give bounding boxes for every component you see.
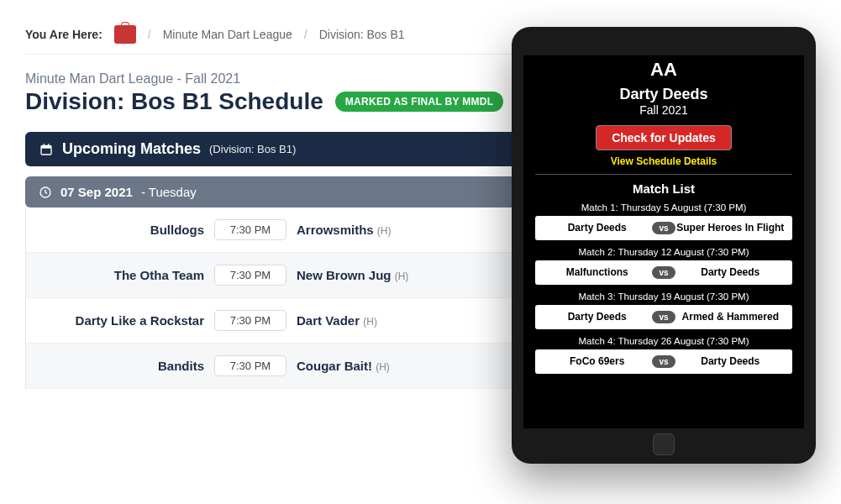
svg-rect-1 xyxy=(41,145,51,148)
away-team: Darty Like a Rockstar xyxy=(36,313,204,328)
match-team-left: FoCo 69ers xyxy=(542,355,652,367)
home-indicator: (H) xyxy=(376,361,390,373)
home-indicator: (H) xyxy=(377,225,392,237)
vs-badge: vs xyxy=(652,266,675,279)
match-team-right: Darty Deeds xyxy=(675,355,786,367)
team-name: Darty Deeds xyxy=(523,86,804,103)
calendar-icon xyxy=(39,143,54,156)
match-team-left: Malfunctions xyxy=(542,266,652,278)
match-time: 7:30 PM xyxy=(214,310,286,331)
page-title: Division: Bos B1 Schedule xyxy=(25,88,323,115)
site-logo-icon[interactable] xyxy=(114,25,136,44)
breadcrumb-league[interactable]: Minute Man Dart League xyxy=(163,28,292,41)
match-label: Match 1: Thursday 5 August (7:30 PM) xyxy=(523,202,804,213)
match-team-left: Darty Deeds xyxy=(542,222,652,234)
match-time: 7:30 PM xyxy=(214,355,286,376)
breadcrumb-division[interactable]: Division: Bos B1 xyxy=(319,28,405,41)
match-time: 7:30 PM xyxy=(214,265,286,286)
away-team: Bandits xyxy=(36,359,204,373)
breadcrumb-separator: / xyxy=(304,28,307,41)
date-day: - Tuesday xyxy=(141,185,197,199)
season-label: Fall 2021 xyxy=(523,103,804,117)
section-heading-text: Upcoming Matches xyxy=(62,140,201,158)
match-team-right: Super Heroes In Flight xyxy=(675,222,786,234)
section-heading-sub: (Division: Bos B1) xyxy=(209,143,296,155)
breadcrumb-separator: / xyxy=(148,28,151,41)
tablet-screen: AA Darty Deeds Fall 2021 Check for Updat… xyxy=(523,55,804,428)
date-value: 07 Sep 2021 xyxy=(60,185,133,199)
away-team: The Otha Team xyxy=(36,268,204,282)
match-list-header: Match List xyxy=(523,181,804,196)
match-label: Match 2: Thursday 12 August (7:30 PM) xyxy=(523,247,804,257)
match-card[interactable]: Darty Deeds vs Armed & Hammered xyxy=(535,305,792,329)
status-badge-final: MARKED AS FINAL BY MMDL xyxy=(335,92,504,112)
view-schedule-details-link[interactable]: View Schedule Details xyxy=(523,155,804,167)
divider xyxy=(535,174,792,175)
clock-icon xyxy=(39,186,52,199)
match-team-right: Darty Deeds xyxy=(675,266,786,278)
vs-badge: vs xyxy=(652,311,675,323)
home-indicator: (H) xyxy=(395,270,409,282)
away-team: Bulldogs xyxy=(36,223,204,237)
match-label: Match 3: Thursday 19 August (7:30 PM) xyxy=(523,291,804,302)
tablet-home-button[interactable] xyxy=(653,433,675,455)
vs-badge: vs xyxy=(652,355,675,368)
tablet-device-frame: AA Darty Deeds Fall 2021 Check for Updat… xyxy=(512,27,816,464)
breadcrumb-label: You Are Here: xyxy=(25,28,102,41)
match-time: 7:30 PM xyxy=(214,219,286,240)
home-indicator: (H) xyxy=(363,316,377,328)
match-team-right: Armed & Hammered xyxy=(675,311,786,323)
vs-badge: vs xyxy=(652,222,675,234)
match-card[interactable]: Malfunctions vs Darty Deeds xyxy=(535,260,792,285)
match-label: Match 4: Thursday 26 August (7:30 PM) xyxy=(523,336,804,346)
match-card[interactable]: Darty Deeds vs Super Heroes In Flight xyxy=(535,216,792,240)
app-title: AA xyxy=(523,55,804,86)
match-team-left: Darty Deeds xyxy=(542,311,652,323)
check-updates-button[interactable]: Check for Updates xyxy=(596,125,732,150)
match-card[interactable]: FoCo 69ers vs Darty Deeds xyxy=(535,349,792,374)
